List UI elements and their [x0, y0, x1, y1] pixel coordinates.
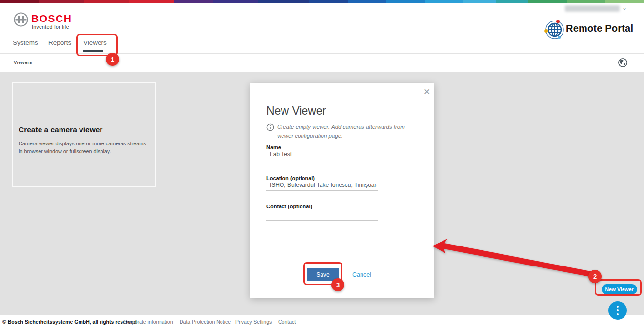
portal-title: Remote Portal: [566, 23, 633, 34]
app-footer: © Bosch Sicherheitssysteme GmbH, all rig…: [0, 315, 644, 328]
close-icon[interactable]: ✕: [423, 87, 430, 97]
cancel-button[interactable]: Cancel: [352, 271, 371, 278]
bosch-wordmark: BOSCH: [31, 13, 72, 24]
kebab-dot: [617, 309, 619, 312]
tab-viewers[interactable]: Viewers: [83, 39, 107, 46]
chevron-down-icon[interactable]: ⌄: [622, 4, 627, 11]
modal-title: New Viewer: [266, 104, 326, 118]
remote-portal-page: BOSCH Invented for life ⌄ Remote Portal …: [0, 0, 644, 328]
account-separator: [561, 6, 561, 13]
footer-link-corporate-information[interactable]: Corporate information: [123, 319, 173, 325]
card-description: Camera viewer displays one or more camer…: [19, 140, 150, 155]
copyright-text: © Bosch Sicherheitssysteme GmbH, all rig…: [2, 319, 137, 325]
remote-portal-globe-icon: [544, 20, 565, 40]
new-viewer-modal: ✕ New Viewer Create empty viewer. Add ca…: [250, 83, 434, 298]
modal-info-text: Create empty viewer. Add cameras afterwa…: [277, 123, 420, 141]
kebab-menu-button[interactable]: [608, 301, 627, 320]
new-viewer-button[interactable]: New Viewer: [602, 284, 637, 294]
tab-reports[interactable]: Reports: [48, 39, 71, 46]
contact-field[interactable]: [266, 210, 378, 221]
footer-link-data-protection-notice[interactable]: Data Protection Notice: [180, 319, 231, 325]
breadcrumb: Viewers: [14, 60, 32, 65]
active-tab-underline: [83, 50, 103, 52]
bosch-logo-icon: [13, 12, 29, 27]
save-button[interactable]: Save: [307, 268, 339, 281]
footer-link-contact[interactable]: Contact: [278, 319, 296, 325]
breadcrumb-separator: [613, 58, 613, 67]
contact-field-label: Contact (optional): [266, 204, 312, 209]
breadcrumb-bar: Viewers: [0, 54, 644, 72]
info-icon: [266, 123, 274, 131]
kebab-dot: [617, 313, 619, 316]
footer-link-privacy-settings[interactable]: Privacy Settings: [235, 319, 272, 325]
card-title: Create a camera viewer: [19, 125, 102, 134]
bosch-tagline: Invented for life: [32, 24, 69, 30]
tab-systems[interactable]: Systems: [13, 39, 38, 46]
name-field[interactable]: [266, 150, 378, 160]
app-header: BOSCH Invented for life ⌄ Remote Portal …: [0, 3, 644, 54]
location-field[interactable]: [266, 181, 378, 191]
account-name-redacted[interactable]: [565, 5, 620, 12]
content-area: Create a camera viewer Camera viewer dis…: [0, 72, 644, 315]
globe-icon[interactable]: [618, 58, 628, 68]
create-viewer-card: Create a camera viewer Camera viewer dis…: [12, 82, 156, 187]
kebab-dot: [617, 306, 619, 308]
